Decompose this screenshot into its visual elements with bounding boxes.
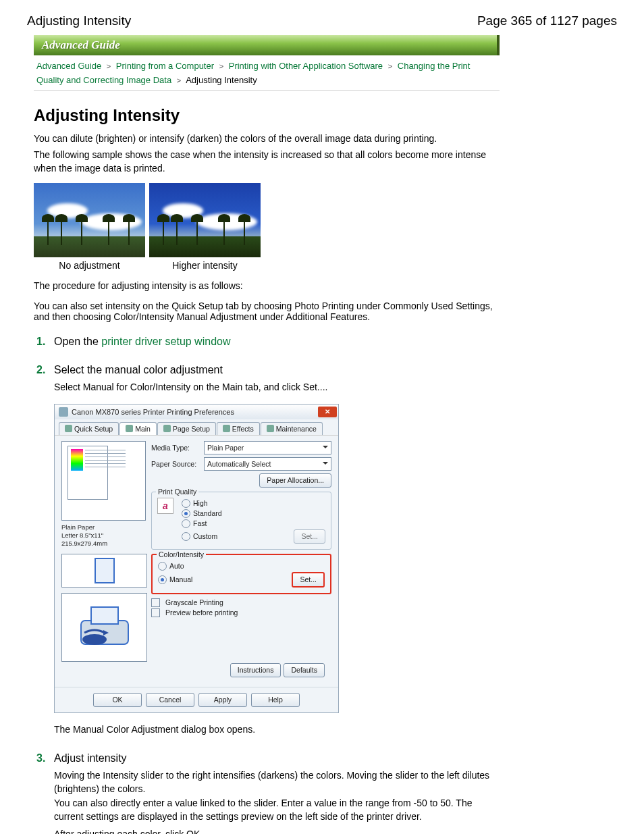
link-printer-driver-setup[interactable]: printer driver setup window [101,336,230,347]
checkbox-label: Grayscale Printing [165,598,223,606]
radio-label: Manual [169,575,192,583]
paper-allocation-button[interactable]: Paper Allocation... [259,473,331,488]
close-icon[interactable]: ✕ [318,407,337,417]
sample-figures [34,183,500,257]
color-intensity-label: Color/Intensity [157,550,206,558]
tab-label: Quick Setup [74,425,113,433]
media-type-select[interactable]: Plain Paper [204,441,331,454]
para-quicksetup: You can also set intensity on the Quick … [34,301,500,322]
radio-fast[interactable] [182,519,190,528]
checkbox-grayscale[interactable] [151,598,160,607]
tab-label: Effects [232,425,254,433]
radio-custom[interactable] [182,532,190,541]
crumb-current: Adjusting Intensity [186,75,257,85]
breadcrumb: Advanced Guide > Printing from a Compute… [34,55,500,91]
print-quality-label: Print Quality [156,488,198,496]
svg-point-2 [82,634,107,645]
printer-preview [61,593,147,662]
tab-label: Page Setup [173,425,210,433]
group-print-quality: Print Quality a High Standard Fast Custo… [151,492,331,550]
tabs: Quick Setup Main Page Setup Effects Main… [55,419,338,435]
quality-icon: a [157,498,173,514]
paper-info-2: Letter 8.5"x11" 215.9x279.4mm [61,531,146,548]
radio-label: Standard [193,509,222,517]
step-2-num: 2. [36,364,45,376]
tab-effects[interactable]: Effects [217,422,260,435]
intro-p1: You can dilute (brighten) or intensify (… [34,132,500,145]
step-3-title: Adjust intensity [54,752,500,764]
apply-button[interactable]: Apply [198,693,247,707]
radio-label: High [193,499,208,507]
help-button[interactable]: Help [251,693,300,707]
step-3-body1: Moving the Intensity slider to the right… [54,768,500,796]
step-3-body2: You can also directly enter a value link… [54,796,500,824]
group-color-intensity: Color/Intensity Auto Manual Set... [151,554,331,594]
paper-source-select[interactable]: Automatically Select [204,457,331,471]
printer-icon [59,407,68,417]
photo-higher-intensity [149,183,261,257]
crumb-2[interactable]: Printing with Other Application Software [229,61,383,71]
instructions-button[interactable]: Instructions [230,663,281,677]
crumb-sep: > [174,76,184,84]
radio-auto[interactable] [158,562,167,571]
page-indicator: Page 365 of 1127 pages [477,14,617,28]
photo-no-adjust [34,183,145,257]
radio-label: Custom [193,532,217,540]
caption-left: No adjustment [34,260,145,271]
media-type-label: Media Type: [151,444,200,452]
step-3-num: 3. [36,752,45,764]
paper-source-label: Paper Source: [151,460,200,468]
radio-manual[interactable] [158,575,167,584]
step-2-body: Select Manual for Color/Intensity on the… [54,380,500,394]
page-title-top: Adjusting Intensity [27,14,131,28]
caption-right: Higher intensity [149,260,261,271]
tab-quick-setup[interactable]: Quick Setup [59,422,119,435]
tab-page-setup[interactable]: Page Setup [157,422,216,435]
paper-info-1: Plain Paper [61,523,146,531]
step-3-body3: After adjusting each color, click OK. [54,827,500,834]
step-1-num: 1. [36,336,45,348]
crumb-0[interactable]: Advanced Guide [36,61,101,71]
crumb-sep: > [385,62,395,70]
radio-label: Fast [193,519,207,527]
heading-main: Adjusting Intensity [34,106,500,125]
defaults-button[interactable]: Defaults [284,663,325,677]
tab-main[interactable]: Main [119,422,157,435]
dialog-title: Canon MX870 series Printer Printing Pref… [72,408,234,416]
svg-rect-1 [91,607,118,624]
checkbox-label: Preview before printing [165,608,238,617]
step-2-after: The Manual Color Adjustment dialog box o… [54,723,500,736]
crumb-sep: > [217,62,226,70]
radio-standard[interactable] [182,509,190,518]
ci-set-button[interactable]: Set... [292,572,325,588]
step-2-title: Select the manual color adjustment [54,364,500,376]
intro-p2: The following sample shows the case when… [34,148,500,176]
orientation-preview [61,554,147,588]
cancel-button[interactable]: Cancel [146,693,194,707]
ok-button[interactable]: OK [93,693,142,707]
pq-set-button[interactable]: Set... [294,529,325,544]
checkbox-preview[interactable] [151,608,160,617]
radio-label: Auto [169,562,184,570]
para-procedure: The procedure for adjusting intensity is… [34,280,500,291]
crumb-1[interactable]: Printing from a Computer [116,61,214,71]
radio-high[interactable] [182,499,190,508]
step-1-pre: Open the [54,336,101,347]
settings-preview [61,441,146,521]
banner: Advanced Guide [34,35,500,55]
select-value: Automatically Select [207,460,271,468]
tab-maintenance[interactable]: Maintenance [261,422,323,435]
select-value: Plain Paper [207,444,244,452]
dialog-printing-prefs: Canon MX870 series Printer Printing Pref… [54,404,339,713]
tab-label: Maintenance [276,425,317,433]
tab-label: Main [135,425,151,433]
crumb-sep: > [104,62,113,70]
banner-title: Advanced Guide [42,38,120,52]
